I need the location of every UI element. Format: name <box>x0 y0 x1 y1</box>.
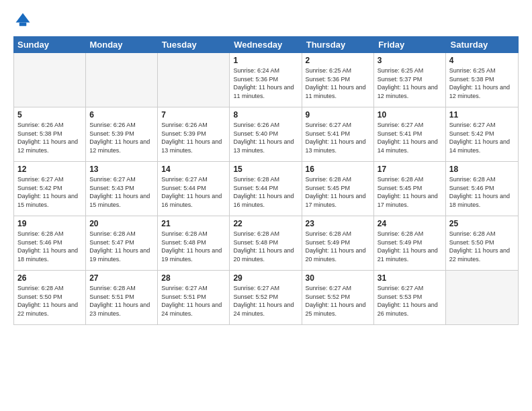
cell-detail: Sunrise: 6:28 AMSunset: 5:50 PMDaylight:… <box>17 284 82 318</box>
sunset-text: Sunset: 5:45 PM <box>306 184 370 193</box>
cell-detail: Sunrise: 6:28 AMSunset: 5:49 PMDaylight:… <box>306 230 370 263</box>
day-number: 2 <box>306 56 370 65</box>
calendar-cell: 27Sunrise: 6:28 AMSunset: 5:51 PMDayligh… <box>86 271 158 324</box>
sunset-text: Sunset: 5:48 PM <box>161 238 226 247</box>
day-number: 23 <box>306 219 370 228</box>
calendar-cell <box>86 53 158 107</box>
sunset-text: Sunset: 5:49 PM <box>306 238 370 247</box>
sunrise-text: Sunrise: 6:27 AM <box>161 175 226 184</box>
daylight-text: Daylight: 11 hours and 16 minutes. <box>233 192 298 209</box>
sunrise-text: Sunrise: 6:28 AM <box>306 175 370 184</box>
calendar-header: SundayMondayTuesdayWednesdayThursdayFrid… <box>13 36 519 53</box>
sunrise-text: Sunrise: 6:25 AM <box>449 66 515 75</box>
daylight-text: Daylight: 11 hours and 26 minutes. <box>378 301 442 318</box>
calendar-cell: 4Sunrise: 6:25 AMSunset: 5:38 PMDaylight… <box>446 53 518 107</box>
day-number: 27 <box>89 273 154 283</box>
sunset-text: Sunset: 5:53 PM <box>378 293 442 302</box>
sunset-text: Sunset: 5:36 PM <box>233 75 298 84</box>
day-number: 9 <box>306 110 370 120</box>
calendar-cell: 30Sunrise: 6:27 AMSunset: 5:52 PMDayligh… <box>302 271 374 324</box>
cell-detail: Sunrise: 6:27 AMSunset: 5:51 PMDaylight:… <box>161 284 226 318</box>
calendar-cell <box>158 53 230 107</box>
calendar-cell: 20Sunrise: 6:28 AMSunset: 5:47 PMDayligh… <box>86 216 158 270</box>
sunrise-text: Sunrise: 6:28 AM <box>17 230 82 238</box>
calendar-cell: 6Sunrise: 6:26 AMSunset: 5:39 PMDaylight… <box>86 107 158 161</box>
daylight-text: Daylight: 11 hours and 13 minutes. <box>161 138 226 154</box>
cell-detail: Sunrise: 6:27 AMSunset: 5:52 PMDaylight:… <box>306 284 370 318</box>
sunset-text: Sunset: 5:51 PM <box>161 293 226 302</box>
daylight-text: Daylight: 11 hours and 19 minutes. <box>89 246 154 263</box>
day-number: 7 <box>161 110 226 120</box>
calendar-cell: 1Sunrise: 6:24 AMSunset: 5:36 PMDaylight… <box>230 53 302 107</box>
calendar-cell: 31Sunrise: 6:27 AMSunset: 5:53 PMDayligh… <box>374 271 446 324</box>
day-number: 4 <box>449 56 515 65</box>
daylight-text: Daylight: 11 hours and 17 minutes. <box>378 192 442 209</box>
daylight-text: Daylight: 11 hours and 24 minutes. <box>233 301 298 318</box>
cell-detail: Sunrise: 6:26 AMSunset: 5:39 PMDaylight:… <box>89 121 154 154</box>
calendar-cell: 2Sunrise: 6:25 AMSunset: 5:36 PMDaylight… <box>302 53 374 107</box>
cell-detail: Sunrise: 6:28 AMSunset: 5:45 PMDaylight:… <box>306 175 370 209</box>
sunset-text: Sunset: 5:48 PM <box>233 238 298 247</box>
cell-detail: Sunrise: 6:28 AMSunset: 5:47 PMDaylight:… <box>89 230 154 263</box>
sunset-text: Sunset: 5:40 PM <box>233 130 298 138</box>
calendar-cell: 10Sunrise: 6:27 AMSunset: 5:41 PMDayligh… <box>374 107 446 161</box>
daylight-text: Daylight: 11 hours and 24 minutes. <box>161 301 226 318</box>
day-number: 11 <box>449 110 515 120</box>
sunset-text: Sunset: 5:46 PM <box>17 238 82 247</box>
cell-detail: Sunrise: 6:28 AMSunset: 5:51 PMDaylight:… <box>89 284 154 318</box>
daylight-text: Daylight: 11 hours and 12 minutes. <box>449 83 515 100</box>
weekday-header: Tuesday <box>158 36 230 53</box>
sunset-text: Sunset: 5:39 PM <box>89 130 154 138</box>
day-number: 22 <box>233 219 298 228</box>
daylight-text: Daylight: 11 hours and 17 minutes. <box>306 192 370 209</box>
calendar-body: 1Sunrise: 6:24 AMSunset: 5:36 PMDaylight… <box>13 53 519 325</box>
daylight-text: Daylight: 11 hours and 18 minutes. <box>17 246 82 263</box>
cell-detail: Sunrise: 6:28 AMSunset: 5:48 PMDaylight:… <box>233 230 298 263</box>
sunrise-text: Sunrise: 6:28 AM <box>233 230 298 238</box>
logo <box>13 11 35 30</box>
day-number: 6 <box>89 110 154 120</box>
day-number: 8 <box>233 110 298 120</box>
day-number: 10 <box>378 110 442 120</box>
daylight-text: Daylight: 11 hours and 12 minutes. <box>17 138 82 154</box>
cell-detail: Sunrise: 6:28 AMSunset: 5:46 PMDaylight:… <box>17 230 82 263</box>
day-number: 13 <box>89 165 154 174</box>
sunrise-text: Sunrise: 6:28 AM <box>306 230 370 238</box>
calendar-cell: 22Sunrise: 6:28 AMSunset: 5:48 PMDayligh… <box>230 216 302 270</box>
daylight-text: Daylight: 11 hours and 20 minutes. <box>306 246 370 263</box>
sunrise-text: Sunrise: 6:28 AM <box>161 230 226 238</box>
day-number: 31 <box>378 273 442 283</box>
cell-detail: Sunrise: 6:27 AMSunset: 5:53 PMDaylight:… <box>378 284 442 318</box>
daylight-text: Daylight: 11 hours and 15 minutes. <box>89 192 154 209</box>
day-number: 16 <box>306 165 370 174</box>
calendar-cell: 29Sunrise: 6:27 AMSunset: 5:52 PMDayligh… <box>230 271 302 324</box>
cell-detail: Sunrise: 6:26 AMSunset: 5:40 PMDaylight:… <box>233 121 298 154</box>
cell-detail: Sunrise: 6:25 AMSunset: 5:36 PMDaylight:… <box>306 66 370 100</box>
cell-detail: Sunrise: 6:28 AMSunset: 5:50 PMDaylight:… <box>449 230 515 263</box>
sunrise-text: Sunrise: 6:26 AM <box>161 121 226 130</box>
cell-detail: Sunrise: 6:27 AMSunset: 5:41 PMDaylight:… <box>378 121 442 154</box>
calendar-cell: 11Sunrise: 6:27 AMSunset: 5:42 PMDayligh… <box>446 107 518 161</box>
cell-detail: Sunrise: 6:28 AMSunset: 5:44 PMDaylight:… <box>233 175 298 209</box>
sunrise-text: Sunrise: 6:27 AM <box>306 284 370 293</box>
daylight-text: Daylight: 11 hours and 11 minutes. <box>233 83 298 100</box>
day-number: 14 <box>161 165 226 174</box>
sunset-text: Sunset: 5:49 PM <box>378 238 442 247</box>
sunset-text: Sunset: 5:42 PM <box>17 184 82 193</box>
sunrise-text: Sunrise: 6:25 AM <box>378 66 442 75</box>
cell-detail: Sunrise: 6:26 AMSunset: 5:39 PMDaylight:… <box>161 121 226 154</box>
daylight-text: Daylight: 11 hours and 21 minutes. <box>378 246 442 263</box>
sunrise-text: Sunrise: 6:28 AM <box>378 175 442 184</box>
daylight-text: Daylight: 11 hours and 20 minutes. <box>233 246 298 263</box>
cell-detail: Sunrise: 6:26 AMSunset: 5:38 PMDaylight:… <box>17 121 82 154</box>
calendar-cell: 7Sunrise: 6:26 AMSunset: 5:39 PMDaylight… <box>158 107 230 161</box>
sunset-text: Sunset: 5:45 PM <box>378 184 442 193</box>
calendar-cell: 3Sunrise: 6:25 AMSunset: 5:37 PMDaylight… <box>374 53 446 107</box>
sunrise-text: Sunrise: 6:27 AM <box>449 121 515 130</box>
page: SundayMondayTuesdayWednesdayThursdayFrid… <box>0 0 532 411</box>
calendar-cell: 17Sunrise: 6:28 AMSunset: 5:45 PMDayligh… <box>374 162 446 216</box>
sunset-text: Sunset: 5:47 PM <box>89 238 154 247</box>
cell-detail: Sunrise: 6:27 AMSunset: 5:44 PMDaylight:… <box>161 175 226 209</box>
day-number: 12 <box>17 165 82 174</box>
daylight-text: Daylight: 11 hours and 18 minutes. <box>449 192 515 209</box>
